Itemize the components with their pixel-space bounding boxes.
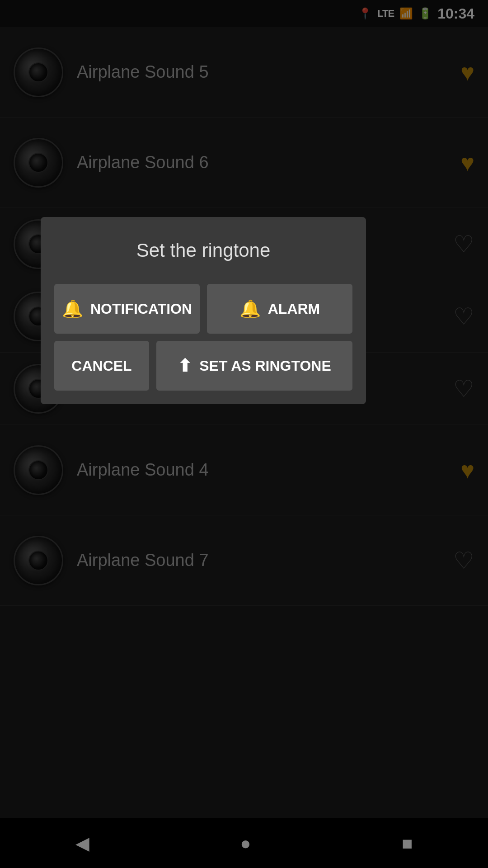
set-ringtone-label: SET AS RINGTONE — [199, 358, 331, 374]
dialog-row1: 🔔 NOTIFICATION 🔔 ALARM — [54, 284, 352, 334]
notification-button[interactable]: 🔔 NOTIFICATION — [54, 284, 200, 334]
dialog-row2: CANCEL ⬆ SET AS RINGTONE — [54, 341, 352, 391]
alarm-bell-icon: 🔔 — [239, 299, 261, 319]
cancel-label: CANCEL — [71, 358, 131, 374]
set-ringtone-dialog: Set the ringtone 🔔 NOTIFICATION 🔔 ALARM … — [41, 217, 366, 404]
dialog-overlay: Set the ringtone 🔔 NOTIFICATION 🔔 ALARM … — [0, 0, 488, 868]
set-ringtone-button[interactable]: ⬆ SET AS RINGTONE — [156, 341, 352, 391]
dialog-title: Set the ringtone — [54, 240, 352, 261]
alarm-button[interactable]: 🔔 ALARM — [207, 284, 352, 334]
notification-label: NOTIFICATION — [90, 301, 192, 317]
alarm-label: ALARM — [268, 301, 320, 317]
upload-icon: ⬆ — [178, 356, 192, 376]
cancel-button[interactable]: CANCEL — [54, 341, 149, 391]
bell-icon: 🔔 — [62, 299, 83, 319]
